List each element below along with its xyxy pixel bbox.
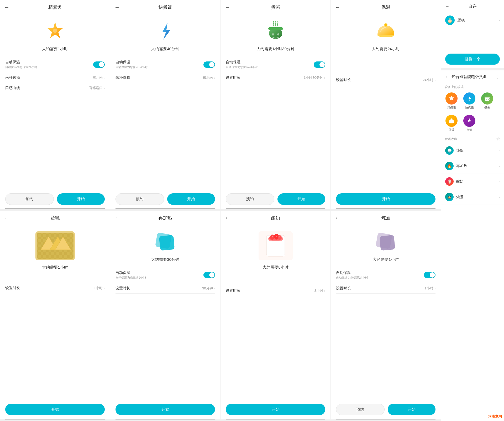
device-back-btn[interactable]: ←	[445, 74, 449, 80]
toggle-desc-dunzhu: 自动保温为您保温24小时	[336, 276, 368, 280]
fav-item-dunzhu[interactable]: 🍲 炖煮 ›	[441, 189, 504, 205]
back-button-zaijiareer[interactable]: ←	[114, 215, 120, 221]
svg-point-0	[53, 29, 57, 33]
lightning-icon	[155, 21, 176, 42]
start-btn-baowen[interactable]: 开始	[336, 193, 435, 205]
mode-zhou[interactable]: 煮粥	[479, 91, 495, 111]
fav-chevron-fan: ›	[499, 149, 500, 153]
start-btn-kuaizhu[interactable]: 开始	[167, 193, 215, 205]
fav-name-sunai: 酸奶	[456, 179, 464, 184]
panel-header-dangao: ← 蛋糕	[0, 211, 110, 224]
mode-icon-zixuan	[463, 115, 475, 127]
duration-row-zhizhou[interactable]: 设置时长 1小时30分钟 ›	[226, 73, 325, 83]
zixuan-item-icon: 🎂	[445, 15, 455, 25]
start-btn-jingzhu[interactable]: 开始	[57, 193, 105, 205]
cake-image	[35, 231, 75, 260]
back-button-baowen[interactable]: ←	[335, 4, 340, 10]
toggle-switch-jingzhu[interactable]	[93, 61, 105, 68]
duration-row-zaijiareer[interactable]: 设置时长 30分钟 ›	[116, 283, 215, 294]
mode-icon-kuaizhu	[463, 92, 475, 105]
fav-item-fan[interactable]: 🍚 热饭 ›	[441, 143, 504, 158]
mode-icon-baowen	[445, 115, 458, 127]
toggle-group-dunzhu: 自动保温 自动保温为您保温24小时	[331, 267, 441, 281]
toggle-switch-kuaizhu[interactable]	[203, 61, 215, 68]
back-button-sunai[interactable]: ←	[225, 215, 230, 221]
reserve-btn-dunzhu[interactable]: 预约	[336, 404, 385, 415]
settings-baowen: 设置时长 24小时 ›	[331, 72, 441, 191]
reserve-btn-zhizhou[interactable]: 预约	[226, 193, 274, 205]
mode-zixuan[interactable]: 自选	[461, 113, 477, 133]
settings-sunai: 设置时长 8小时 ›	[220, 283, 330, 401]
mode-kuaizhu[interactable]: 快煮饭	[461, 91, 477, 111]
fav-item-jiare[interactable]: 🔥 再加热 ›	[441, 158, 504, 174]
panel-header-zhizhou: ← 煮粥	[220, 0, 330, 13]
back-button-dunzhu[interactable]: ←	[335, 215, 340, 221]
back-button-zixuan[interactable]: ←	[445, 4, 449, 9]
start-btn-zaijiareer[interactable]: 开始	[116, 404, 215, 415]
panel-header-dunzhu: ← 炖煮	[331, 211, 441, 224]
dome-icon	[375, 21, 396, 42]
btn-area-sunai: 开始	[220, 401, 330, 419]
fav-icon-sunai: 🥛	[445, 177, 454, 186]
svg-point-4	[272, 33, 274, 35]
svg-marker-28	[469, 96, 471, 101]
toggle-group-zaijiareer: 自动保温 自动保温为您保温24小时	[110, 267, 220, 281]
panel-dangao: ← 蛋糕	[0, 211, 110, 420]
time-baowen: 大约需要24小时	[331, 44, 441, 57]
modes-grid: 精煮饭 快煮饭 煮粥	[441, 91, 504, 133]
favorites-label-row: 食谱收藏 ☆	[441, 133, 504, 143]
start-btn-dangao[interactable]: 开始	[5, 404, 105, 415]
zixuan-item-dangao[interactable]: 🎂 蛋糕 ›	[441, 12, 504, 29]
reserve-btn-kuaizhu[interactable]: 预约	[116, 193, 164, 205]
start-btn-dunzhu[interactable]: 开始	[388, 404, 436, 415]
back-button-dangao[interactable]: ←	[4, 215, 9, 221]
start-btn-sunai[interactable]: 开始	[226, 404, 325, 415]
curve-row[interactable]: 口感曲线 香糯适口 ›	[5, 83, 105, 93]
mode-jingzhu[interactable]: 精煮饭	[444, 91, 459, 111]
duration-row-dunzhu[interactable]: 设置时长 1小时 ›	[336, 283, 435, 294]
duration-row-baowen[interactable]: 设置时长 24小时 ›	[336, 75, 435, 85]
time-kuaizhu: 大约需要40分钟	[110, 44, 220, 57]
icon-area-sunai	[220, 224, 330, 263]
reserve-btn-jingzhu[interactable]: 预约	[5, 193, 54, 205]
zixuan-header: ← 自选	[441, 0, 504, 12]
icon-area-zaijiareer	[110, 224, 220, 255]
toggle-group-zhizhou: 自动保温 自动保温为您保温24小时	[220, 57, 330, 70]
toggle-group-jingzhu: 自动保温 自动保温为您保温24小时	[0, 57, 110, 70]
panel-title-dunzhu: 炖煮	[381, 215, 390, 221]
back-button-zhizhou[interactable]: ←	[225, 4, 230, 10]
curve-label: 口感曲线	[5, 86, 20, 90]
rice-type-row[interactable]: 米种选择 东北米 ›	[5, 73, 105, 83]
time-zhizhou: 大约需要1小时30分钟	[220, 44, 330, 57]
toggle-switch-zhizhou[interactable]	[314, 61, 325, 68]
svg-point-31	[486, 99, 487, 100]
toggle-switch-zaijiareer[interactable]	[203, 272, 215, 278]
fav-icon-dunzhu: 🍲	[445, 193, 454, 201]
toggle-title-zhizhou: 自动保温	[226, 60, 258, 65]
device-more-btn[interactable]: ⋮	[495, 74, 500, 80]
svg-rect-30	[485, 97, 490, 98]
pot-icon	[265, 21, 286, 42]
rice-type-row-kuaizhu[interactable]: 米种选择 东北米 ›	[116, 73, 215, 83]
swap-btn[interactable]: 替换一个	[445, 54, 500, 65]
star-rice-icon	[45, 21, 66, 42]
duration-row-sunai[interactable]: 设置时长 8小时 ›	[226, 286, 325, 296]
time-dunzhu: 大约需要1小时	[331, 255, 441, 267]
start-btn-zhizhou[interactable]: 开始	[277, 193, 326, 205]
icon-area-dangao	[0, 224, 110, 263]
duration-row-dangao[interactable]: 设置时长 1小时 ›	[5, 283, 105, 293]
zixuan-item-name: 蛋糕	[457, 18, 465, 23]
panel-title-kuaizhu: 快煮饭	[159, 4, 172, 10]
mode-baowen[interactable]: 保温	[444, 113, 459, 133]
favorites-add-btn[interactable]: ☆	[496, 136, 500, 142]
duration-value-zaijiareer: 30分钟 ›	[202, 286, 215, 291]
toggle-switch-dunzhu[interactable]	[424, 272, 435, 278]
fav-item-sunai[interactable]: 🥛 酸奶 ›	[441, 174, 504, 189]
back-button-kuaizhu[interactable]: ←	[114, 4, 120, 10]
back-button-jingzhu[interactable]: ←	[4, 4, 9, 10]
device-modes-label: 设备上的模式	[441, 82, 504, 91]
settings-jingzhu: 米种选择 东北米 › 口感曲线 香糯适口 ›	[0, 70, 110, 190]
device-header-left: ← 知吾煮智能电饭煲4L	[445, 74, 487, 80]
panel-dunzhu: ← 炖煮 大约需要1小时 自动保温 自动保温为您保温24小时 设置时长	[331, 211, 441, 420]
divider-zaijiareer	[116, 419, 215, 419]
